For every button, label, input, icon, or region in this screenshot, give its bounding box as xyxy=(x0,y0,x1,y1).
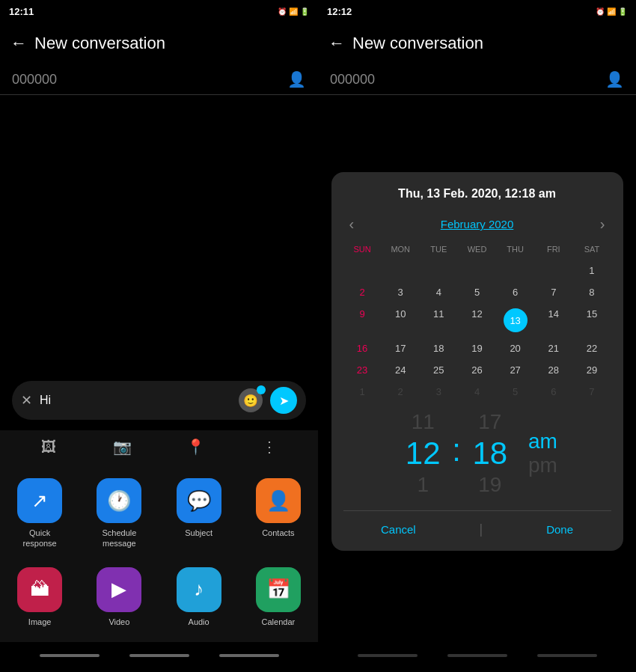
calendar-header-row: SUN MON TUE WED THU FRI SAT xyxy=(343,242,611,257)
right-add-recipient-icon[interactable]: 👤 xyxy=(605,70,624,88)
cal-cell-empty-2 xyxy=(382,260,420,281)
cal-cell-26[interactable]: 26 xyxy=(458,359,496,381)
left-add-recipient-icon[interactable]: 👤 xyxy=(287,70,306,88)
app-video[interactable]: ▶ Video xyxy=(79,558,159,636)
left-message-input[interactable] xyxy=(40,394,231,407)
cal-cell-3[interactable]: 3 xyxy=(382,281,420,303)
calendar-month-nav: ‹ February 2020 › xyxy=(343,213,611,236)
quick-response-label: Quickresponse xyxy=(22,528,56,549)
cal-cell-8[interactable]: 8 xyxy=(572,281,611,303)
cal-cell-23[interactable]: 23 xyxy=(343,359,382,381)
left-toolbar: 🖼 📷 📍 ⋮ xyxy=(0,430,318,463)
cal-cell-nm4[interactable]: 4 xyxy=(458,381,496,403)
cal-cell-20[interactable]: 20 xyxy=(496,337,534,359)
calendar-prev-button[interactable]: ‹ xyxy=(343,213,361,236)
cal-cell-nm2[interactable]: 2 xyxy=(382,381,420,403)
cal-cell-29[interactable]: 29 xyxy=(572,359,611,381)
left-more-toolbar-button[interactable]: ⋮ xyxy=(233,435,306,459)
cal-cell-nm7[interactable]: 7 xyxy=(572,381,611,403)
cal-cell-1[interactable]: 1 xyxy=(572,260,611,281)
cal-cell-4[interactable]: 4 xyxy=(420,281,458,303)
cal-cell-5[interactable]: 5 xyxy=(458,281,496,303)
left-image-toolbar-button[interactable]: 🖼 xyxy=(12,436,85,459)
quick-response-icon: ↗ xyxy=(17,478,62,523)
cal-cell-21[interactable]: 21 xyxy=(534,337,572,359)
cal-cell-13[interactable]: 13 xyxy=(496,303,534,337)
left-nav-pill-1 xyxy=(40,654,100,657)
left-back-button[interactable]: ← xyxy=(10,34,27,53)
minute-selected: 18 xyxy=(473,436,508,471)
calendar-date-title: Thu, 13 Feb. 2020, 12:18 am xyxy=(343,187,611,201)
cal-cell-12[interactable]: 12 xyxy=(458,303,496,337)
cal-cell-16[interactable]: 16 xyxy=(343,337,382,359)
left-emoji-button[interactable]: 🙂 xyxy=(239,388,263,412)
cal-cell-nm1[interactable]: 1 xyxy=(343,381,382,403)
left-recipient-input[interactable] xyxy=(12,72,281,88)
cal-cell-9[interactable]: 9 xyxy=(343,303,382,337)
app-quick-response[interactable]: ↗ Quickresponse xyxy=(0,469,79,558)
image-label: Image xyxy=(28,617,52,627)
left-time: 12:11 xyxy=(9,6,34,17)
calendar-dialog-overlay: Thu, 13 Feb. 2020, 12:18 am ‹ February 2… xyxy=(318,172,636,672)
right-time: 12:12 xyxy=(327,6,352,17)
cal-cell-11[interactable]: 11 xyxy=(420,303,458,337)
cal-cell-nm5[interactable]: 5 xyxy=(496,381,534,403)
contacts-icon: 👤 xyxy=(256,478,301,523)
left-nav-pill-3 xyxy=(219,654,279,657)
video-icon: ▶ xyxy=(97,567,141,612)
cal-header-sun: SUN xyxy=(343,242,382,257)
cal-cell-14[interactable]: 14 xyxy=(534,303,572,337)
cal-header-mon: MON xyxy=(382,242,420,257)
hour-selected: 12 xyxy=(406,436,441,471)
left-location-toolbar-button[interactable]: 📍 xyxy=(159,435,233,459)
cal-cell-7[interactable]: 7 xyxy=(534,281,572,303)
minute-column[interactable]: 17 18 19 xyxy=(464,409,516,498)
cal-cell-nm6[interactable]: 6 xyxy=(534,381,572,403)
image-icon: 🏔 xyxy=(17,567,62,612)
cal-cell-13-selected[interactable]: 13 xyxy=(504,308,528,332)
cal-cell-10[interactable]: 10 xyxy=(382,303,420,337)
calendar-month-label[interactable]: February 2020 xyxy=(441,218,514,230)
cal-cell-2[interactable]: 2 xyxy=(343,281,382,303)
calendar-cancel-button[interactable]: Cancel xyxy=(369,520,428,539)
cal-cell-25[interactable]: 25 xyxy=(420,359,458,381)
calendar-grid: SUN MON TUE WED THU FRI SAT 1 xyxy=(343,242,611,403)
app-audio[interactable]: ♪ Audio xyxy=(159,558,239,636)
left-emoji-badge xyxy=(257,385,266,394)
right-recipient-input[interactable] xyxy=(330,72,599,88)
app-contacts[interactable]: 👤 Contacts xyxy=(239,469,318,558)
ampm-column[interactable]: am pm xyxy=(528,430,557,477)
app-schedule-message[interactable]: 🕐 Schedulemessage xyxy=(79,469,159,558)
left-camera-toolbar-button[interactable]: 📷 xyxy=(85,435,159,459)
cal-cell-15[interactable]: 15 xyxy=(572,303,611,337)
right-back-button[interactable]: ← xyxy=(328,34,345,53)
cal-cell-18[interactable]: 18 xyxy=(420,337,458,359)
left-clear-button[interactable]: ✕ xyxy=(21,392,32,409)
left-send-button[interactable]: ➤ xyxy=(270,387,297,414)
cal-cell-19[interactable]: 19 xyxy=(458,337,496,359)
time-picker: 11 12 1 : 17 18 19 am pm xyxy=(343,403,611,501)
hour-column[interactable]: 11 12 1 xyxy=(397,409,449,498)
cal-cell-22[interactable]: 22 xyxy=(572,337,611,359)
cal-cell-27[interactable]: 27 xyxy=(496,359,534,381)
left-app-grid: ↗ Quickresponse 🕐 Schedulemessage 💬 Subj… xyxy=(0,463,318,642)
cal-cell-6[interactable]: 6 xyxy=(496,281,534,303)
app-subject[interactable]: 💬 Subject xyxy=(159,469,239,558)
cal-week-1: 1 xyxy=(343,260,611,281)
left-compose-area: ✕ 🙂 ➤ xyxy=(0,376,318,430)
right-recipient-row: 👤 xyxy=(318,64,636,95)
subject-icon: 💬 xyxy=(177,478,221,523)
app-calendar[interactable]: 📅 Calendar xyxy=(239,558,318,636)
app-image[interactable]: 🏔 Image xyxy=(0,558,79,636)
left-header-title: New conversation xyxy=(34,34,165,53)
cal-cell-28[interactable]: 28 xyxy=(534,359,572,381)
cal-week-3: 9 10 11 12 13 14 15 xyxy=(343,303,611,337)
cal-cell-nm3[interactable]: 3 xyxy=(420,381,458,403)
calendar-dialog-buttons: Cancel | Done xyxy=(343,510,611,539)
cal-cell-17[interactable]: 17 xyxy=(382,337,420,359)
left-panel: 12:11 ⏰ 📶 🔋 ← New conversation 👤 ✕ 🙂 ➤ 🖼… xyxy=(0,0,318,672)
calendar-next-button[interactable]: › xyxy=(594,213,611,236)
calendar-done-button[interactable]: Done xyxy=(534,520,585,539)
cal-cell-24[interactable]: 24 xyxy=(382,359,420,381)
schedule-message-icon: 🕐 xyxy=(97,478,141,523)
